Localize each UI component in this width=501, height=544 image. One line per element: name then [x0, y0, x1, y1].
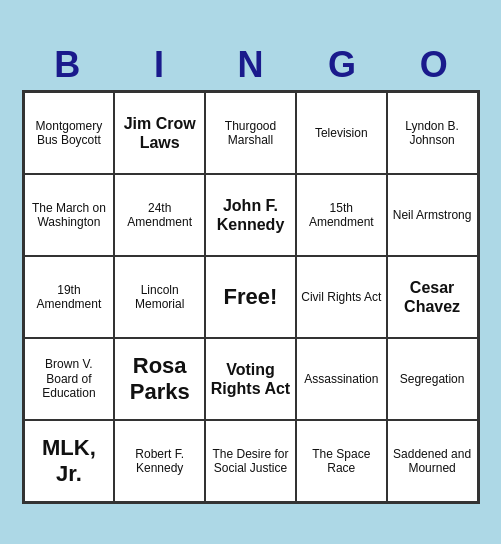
- cell-1-3[interactable]: 15th Amendment: [296, 174, 387, 256]
- cell-0-2[interactable]: Thurgood Marshall: [205, 92, 296, 174]
- cell-0-4[interactable]: Lyndon B. Johnson: [387, 92, 478, 174]
- cell-3-0[interactable]: Brown V. Board of Education: [24, 338, 115, 420]
- cell-2-4[interactable]: Cesar Chavez: [387, 256, 478, 338]
- cell-3-1[interactable]: Rosa Parks: [114, 338, 205, 420]
- cell-1-1[interactable]: 24th Amendment: [114, 174, 205, 256]
- cell-0-1[interactable]: Jim Crow Laws: [114, 92, 205, 174]
- cell-2-2-free[interactable]: Free!: [205, 256, 296, 338]
- header-n: N: [205, 40, 297, 90]
- cell-4-1[interactable]: Robert F. Kennedy: [114, 420, 205, 502]
- bingo-grid: Montgomery Bus Boycott Jim Crow Laws Thu…: [22, 90, 480, 504]
- cell-2-0[interactable]: 19th Amendment: [24, 256, 115, 338]
- cell-1-4[interactable]: Neil Armstrong: [387, 174, 478, 256]
- cell-4-2[interactable]: The Desire for Social Justice: [205, 420, 296, 502]
- header-g: G: [296, 40, 388, 90]
- header-o: O: [388, 40, 480, 90]
- cell-0-3[interactable]: Television: [296, 92, 387, 174]
- cell-1-2[interactable]: John F. Kennedy: [205, 174, 296, 256]
- cell-1-0[interactable]: The March on Washington: [24, 174, 115, 256]
- cell-3-4[interactable]: Segregation: [387, 338, 478, 420]
- cell-0-0[interactable]: Montgomery Bus Boycott: [24, 92, 115, 174]
- cell-2-3[interactable]: Civil Rights Act: [296, 256, 387, 338]
- cell-3-3[interactable]: Assassination: [296, 338, 387, 420]
- cell-4-3[interactable]: The Space Race: [296, 420, 387, 502]
- cell-4-4[interactable]: Saddened and Mourned: [387, 420, 478, 502]
- cell-3-2[interactable]: Voting Rights Act: [205, 338, 296, 420]
- bingo-header: B I N G O: [22, 40, 480, 90]
- header-b: B: [22, 40, 114, 90]
- header-i: I: [113, 40, 205, 90]
- cell-2-1[interactable]: Lincoln Memorial: [114, 256, 205, 338]
- bingo-card: B I N G O Montgomery Bus Boycott Jim Cro…: [16, 34, 486, 510]
- cell-4-0[interactable]: MLK, Jr.: [24, 420, 115, 502]
